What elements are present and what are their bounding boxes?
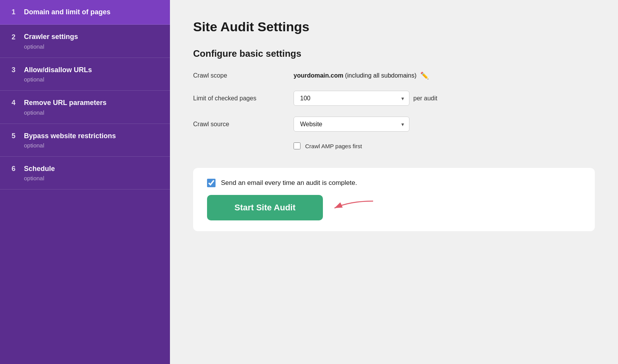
crawl-amp-row: Crawl AMP pages first bbox=[294, 142, 595, 149]
step-3-subtitle: optional bbox=[12, 76, 158, 83]
crawl-scope-domain: yourdomain.com (including all subdomains… bbox=[294, 72, 416, 79]
step-3-title: Allow/disallow URLs bbox=[24, 66, 92, 74]
sidebar-item-4[interactable]: 4 Remove URL parameters optional bbox=[0, 91, 170, 124]
crawl-scope-value: yourdomain.com (including all subdomains… bbox=[294, 71, 595, 80]
step-3-number: 3 bbox=[12, 66, 19, 74]
crawl-scope-label: Crawl scope bbox=[193, 72, 286, 79]
crawl-amp-checkbox[interactable] bbox=[294, 142, 301, 149]
modal: 1 Domain and limit of pages 2 Crawler se… bbox=[0, 0, 618, 364]
sidebar-item-2[interactable]: 2 Crawler settings optional bbox=[0, 25, 170, 58]
email-notification-checkbox[interactable] bbox=[207, 179, 216, 187]
step-6-title: Schedule bbox=[24, 164, 55, 173]
email-notification-row: Send an email every time an audit is com… bbox=[207, 179, 581, 187]
limit-pages-label: Limit of checked pages bbox=[193, 95, 286, 102]
step-5-subtitle: optional bbox=[12, 142, 158, 149]
step-2-number: 2 bbox=[12, 33, 19, 41]
sidebar-item-5[interactable]: 5 Bypass website restrictions optional bbox=[0, 124, 170, 157]
step-5-title: Bypass website restrictions bbox=[24, 132, 116, 141]
step-6-number: 6 bbox=[12, 165, 19, 173]
step-4-subtitle: optional bbox=[12, 109, 158, 116]
crawl-source-dropdown-wrapper: Website Sitemap Google Analytics ▾ bbox=[294, 117, 409, 132]
section-title: Configure basic settings bbox=[193, 48, 595, 59]
modal-sidebar: 1 Domain and limit of pages 2 Crawler se… bbox=[0, 0, 170, 364]
step-6-subtitle: optional bbox=[12, 175, 158, 181]
arrow-annotation-icon bbox=[327, 197, 377, 218]
crawl-scope-row: Crawl scope yourdomain.com (including al… bbox=[193, 71, 595, 80]
crawl-amp-label: Crawl AMP pages first bbox=[305, 143, 362, 149]
modal-main-content: Site Audit Settings Configure basic sett… bbox=[170, 0, 618, 364]
email-notification-label: Send an email every time an audit is com… bbox=[221, 179, 357, 187]
edit-domain-icon[interactable]: ✏️ bbox=[420, 71, 429, 80]
crawl-source-select[interactable]: Website Sitemap Google Analytics bbox=[294, 117, 409, 132]
step-1-number: 1 bbox=[12, 8, 19, 16]
step-5-number: 5 bbox=[12, 132, 19, 140]
start-site-audit-button[interactable]: Start Site Audit bbox=[207, 195, 323, 220]
limit-pages-value: 100 250 500 1000 5000 ▾ per audit bbox=[294, 91, 595, 106]
sidebar-item-6[interactable]: 6 Schedule optional bbox=[0, 157, 170, 190]
action-panel: Send an email every time an audit is com… bbox=[193, 168, 595, 231]
limit-pages-select[interactable]: 100 250 500 1000 5000 bbox=[294, 91, 409, 106]
crawl-source-value: Website Sitemap Google Analytics ▾ bbox=[294, 117, 595, 132]
sidebar-item-3[interactable]: 3 Allow/disallow URLs optional bbox=[0, 58, 170, 91]
per-audit-label: per audit bbox=[413, 95, 437, 102]
step-1-title: Domain and limit of pages bbox=[24, 8, 110, 17]
limit-dropdown-wrapper: 100 250 500 1000 5000 ▾ bbox=[294, 91, 409, 106]
step-2-subtitle: optional bbox=[12, 43, 158, 50]
start-button-container: Start Site Audit bbox=[207, 195, 581, 220]
modal-title: Site Audit Settings bbox=[193, 19, 595, 34]
step-4-title: Remove URL parameters bbox=[24, 98, 107, 107]
step-4-number: 4 bbox=[12, 99, 19, 107]
crawl-source-label: Crawl source bbox=[193, 121, 286, 128]
step-2-title: Crawler settings bbox=[24, 32, 78, 41]
crawl-source-row: Crawl source Website Sitemap Google Anal… bbox=[193, 117, 595, 132]
limit-pages-row: Limit of checked pages 100 250 500 1000 … bbox=[193, 91, 595, 106]
sidebar-item-1[interactable]: 1 Domain and limit of pages bbox=[0, 0, 170, 25]
